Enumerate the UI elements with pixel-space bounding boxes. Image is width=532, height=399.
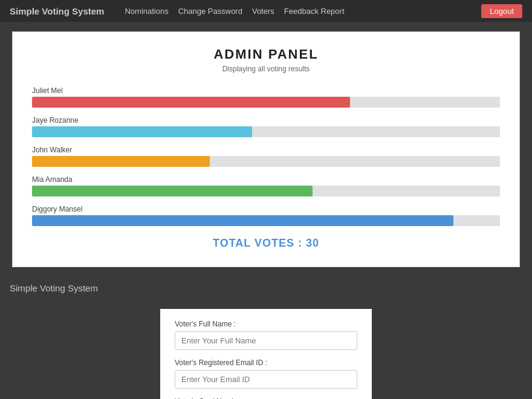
email-input[interactable] bbox=[175, 370, 357, 389]
full-name-input[interactable] bbox=[175, 331, 357, 350]
nav-nominations[interactable]: Nominations bbox=[125, 7, 168, 16]
bar-track bbox=[32, 215, 500, 226]
bar-track bbox=[32, 126, 500, 137]
total-votes: TOTAL VOTES : 30 bbox=[32, 237, 500, 250]
email-label: Voter's Registered Email ID : bbox=[175, 358, 357, 367]
top-navbar: Simple Voting System Nominations Change … bbox=[0, 0, 532, 22]
bar-row: John Walker bbox=[32, 146, 500, 167]
bar-label: Jaye Rozanne bbox=[32, 116, 500, 125]
bar-label: Juliet Mel bbox=[32, 86, 500, 95]
bar-fill bbox=[32, 186, 313, 196]
email-group: Voter's Registered Email ID : bbox=[175, 358, 357, 389]
bottom-section: Voter's Full Name : Voter's Registered E… bbox=[0, 299, 532, 399]
full-name-group: Voter's Full Name : bbox=[175, 320, 357, 350]
footer-brand: Simple Voting System bbox=[10, 283, 98, 293]
bar-fill bbox=[32, 97, 350, 108]
bar-fill bbox=[32, 156, 210, 167]
logout-button[interactable]: Logout bbox=[481, 4, 522, 18]
bar-track bbox=[32, 156, 500, 167]
nav-feedback-report[interactable]: Feedback Report bbox=[284, 7, 345, 16]
admin-panel-title: ADMIN PANEL bbox=[32, 47, 500, 62]
bar-row: Diggory Mansel bbox=[32, 205, 500, 226]
bar-track bbox=[32, 97, 500, 108]
bar-row: Juliet Mel bbox=[32, 86, 500, 108]
full-name-label: Voter's Full Name : bbox=[175, 320, 357, 328]
admin-panel-subtitle: Displaying all voting results bbox=[32, 65, 500, 73]
bar-fill bbox=[32, 126, 252, 137]
navbar-links: Nominations Change Password Voters Feedb… bbox=[125, 7, 467, 16]
bar-label: Diggory Mansel bbox=[32, 205, 500, 213]
bar-label: Mia Amanda bbox=[32, 175, 500, 184]
navbar-brand: Simple Voting System bbox=[10, 6, 104, 16]
bar-chart: Juliet MelJaye RozanneJohn WalkerMia Ama… bbox=[32, 86, 500, 226]
bar-label: John Walker bbox=[32, 146, 500, 154]
footer-navbar: Simple Voting System bbox=[0, 277, 532, 299]
bar-fill bbox=[32, 215, 453, 226]
bar-row: Mia Amanda bbox=[32, 175, 500, 196]
nav-voters[interactable]: Voters bbox=[252, 7, 274, 16]
bar-row: Jaye Rozanne bbox=[32, 116, 500, 137]
admin-panel: ADMIN PANEL Displaying all voting result… bbox=[12, 31, 520, 267]
bar-track bbox=[32, 186, 500, 196]
nav-change-password[interactable]: Change Password bbox=[178, 7, 242, 16]
voting-form: Voter's Full Name : Voter's Registered E… bbox=[160, 309, 372, 399]
